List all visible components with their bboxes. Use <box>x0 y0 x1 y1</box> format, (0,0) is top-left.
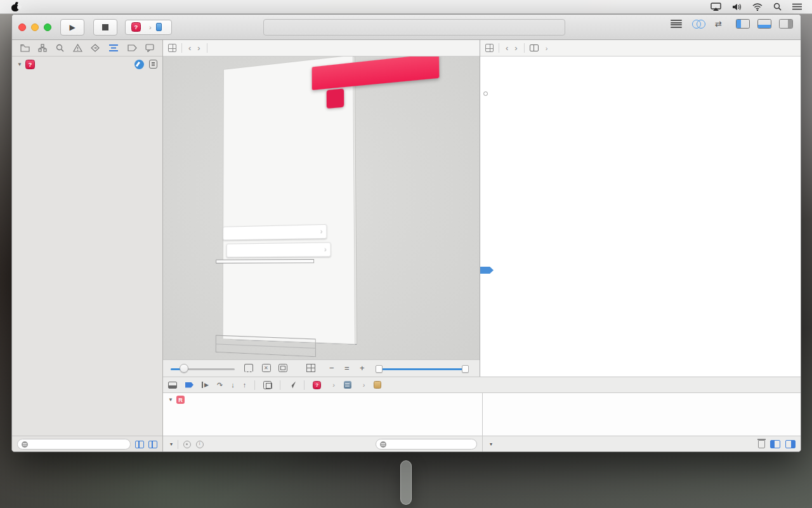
project-navigator-tab-icon[interactable] <box>20 44 30 52</box>
related-items-icon[interactable] <box>485 44 494 52</box>
assistant-editor-button[interactable] <box>692 20 705 29</box>
breakpoint-navigator-tab-icon[interactable] <box>128 44 137 51</box>
close-window-button[interactable] <box>18 23 26 31</box>
filter-icon <box>22 441 28 448</box>
menu-bar <box>0 0 812 14</box>
test-navigator-tab-icon[interactable] <box>91 44 100 52</box>
toggle-navigator-button[interactable] <box>736 19 750 29</box>
show-constraints-button[interactable] <box>262 364 271 372</box>
show-clipped-content-button[interactable] <box>244 364 253 372</box>
visible-range-slider[interactable] <box>377 367 468 371</box>
registers-group-row[interactable]: ▼ R <box>168 396 482 404</box>
console-scope-popup[interactable]: ▾ <box>488 441 492 447</box>
zoom-actual-button[interactable]: = <box>344 363 350 373</box>
range-handle-left[interactable] <box>376 365 383 373</box>
back-button[interactable]: ‹ <box>504 43 509 53</box>
show-console-view-button[interactable] <box>785 440 796 448</box>
quick-look-icon[interactable] <box>183 441 191 448</box>
toggle-inspector-button[interactable] <box>779 19 793 29</box>
hierarchy-filter-button-2[interactable] <box>148 441 157 448</box>
view-debugger-icon[interactable] <box>149 60 157 69</box>
debug-frame-crumb[interactable] <box>374 381 384 389</box>
stop-icon <box>102 24 108 30</box>
debug-view-hierarchy-button[interactable] <box>263 381 272 389</box>
navigator-sidebar: ▼ ? <box>12 40 163 452</box>
airplay-icon[interactable] <box>710 3 721 11</box>
apple-menu-icon[interactable] <box>11 3 20 11</box>
breakpoints-toggle-button[interactable] <box>185 382 193 388</box>
step-over-button[interactable]: ↷ <box>217 381 223 389</box>
zoom-out-button[interactable]: − <box>329 363 334 373</box>
variables-scope-popup[interactable]: ▾ <box>168 441 173 447</box>
scheme-selector[interactable]: ? › <box>125 20 172 35</box>
simulate-location-button[interactable] <box>289 382 296 389</box>
spacing-slider-knob[interactable] <box>180 364 188 373</box>
orientation-button[interactable] <box>306 364 315 372</box>
spotlight-icon[interactable] <box>773 3 782 11</box>
disclosure-triangle[interactable]: ▼ <box>168 397 173 403</box>
run-button[interactable]: ▶ <box>60 19 84 36</box>
back-button[interactable]: ‹ <box>187 43 192 53</box>
assistant-mode-crumb[interactable] <box>530 44 541 51</box>
minimize-window-button[interactable] <box>31 23 39 31</box>
navigation-bar[interactable] <box>312 57 440 90</box>
hide-debug-area-button[interactable] <box>168 382 177 389</box>
navigator-filter-field[interactable] <box>17 439 131 450</box>
dock <box>400 460 412 505</box>
related-items-icon[interactable] <box>168 44 176 52</box>
trivia-app-icon: ? <box>131 22 141 32</box>
print-description-icon[interactable] <box>196 441 204 448</box>
disclosure-triangle[interactable]: ▼ <box>17 62 22 67</box>
variables-filter-input[interactable] <box>389 440 473 448</box>
forward-button[interactable]: › <box>513 43 518 53</box>
toggle-debug-area-button[interactable] <box>757 19 771 29</box>
version-editor-button[interactable]: ⇄ <box>715 20 722 28</box>
debug-navigator-tab-icon[interactable] <box>108 44 119 52</box>
show-variables-view-button[interactable] <box>770 440 780 448</box>
wifi-icon[interactable] <box>752 3 763 11</box>
canvas-jump-bar: ‹ › <box>163 40 480 57</box>
pause-process-icon[interactable] <box>134 60 144 69</box>
xcode-window: ▶ ? › ⇄ <box>11 14 801 452</box>
breakpoint-marker-icon[interactable] <box>483 91 488 96</box>
notification-center-icon[interactable] <box>792 3 802 10</box>
continue-button[interactable]: ▶ <box>202 382 209 388</box>
assistant-icon <box>530 44 539 51</box>
process-row[interactable]: ▼ ? <box>12 57 162 72</box>
step-into-button[interactable]: ↓ <box>231 381 235 389</box>
stop-button[interactable] <box>93 19 117 36</box>
step-out-button[interactable]: ↑ <box>243 381 247 389</box>
navigator-filter-bar <box>12 436 162 452</box>
window-toolbar: ▶ ? › ⇄ <box>12 15 801 40</box>
symbol-navigator-tab-icon[interactable] <box>38 44 47 52</box>
filter-icon <box>380 441 386 448</box>
hierarchy-filter-button-1[interactable] <box>135 441 144 448</box>
execution-pointer-icon[interactable] <box>480 267 494 274</box>
console-footer-bar: ▾ <box>483 436 801 452</box>
issue-navigator-tab-icon[interactable] <box>73 44 82 52</box>
clear-console-icon[interactable] <box>758 440 765 448</box>
view-debugger-canvas[interactable]: › › <box>163 57 480 359</box>
range-handle-right[interactable] <box>462 365 469 373</box>
stack-frame-icon <box>374 381 381 389</box>
debug-bar: ▶ ↷ ↓ ↑ ? › <box>163 377 801 393</box>
debug-thread-crumb[interactable] <box>344 381 354 389</box>
lldb-console[interactable] <box>483 393 801 436</box>
thread-icon <box>344 381 351 389</box>
source-code-editor[interactable] <box>480 57 801 377</box>
variables-filter-field[interactable] <box>376 439 477 450</box>
app-logo-tile[interactable] <box>327 88 344 109</box>
report-navigator-tab-icon[interactable] <box>145 44 154 52</box>
3d-view-hierarchy[interactable]: › › <box>200 57 425 357</box>
forward-button[interactable]: › <box>196 43 201 53</box>
volume-icon[interactable] <box>732 3 742 11</box>
show-view-frames-button[interactable] <box>278 364 287 372</box>
find-navigator-tab-icon[interactable] <box>56 44 64 52</box>
zoom-window-button[interactable] <box>44 23 51 31</box>
navigation-bar-layer <box>201 57 443 352</box>
standard-editor-button[interactable] <box>671 20 682 28</box>
debug-process-crumb[interactable]: ? <box>313 381 324 389</box>
zoom-in-button[interactable]: + <box>360 363 365 373</box>
navigator-filter-input[interactable] <box>30 440 126 448</box>
desktop: ▶ ? › ⇄ <box>0 0 812 508</box>
